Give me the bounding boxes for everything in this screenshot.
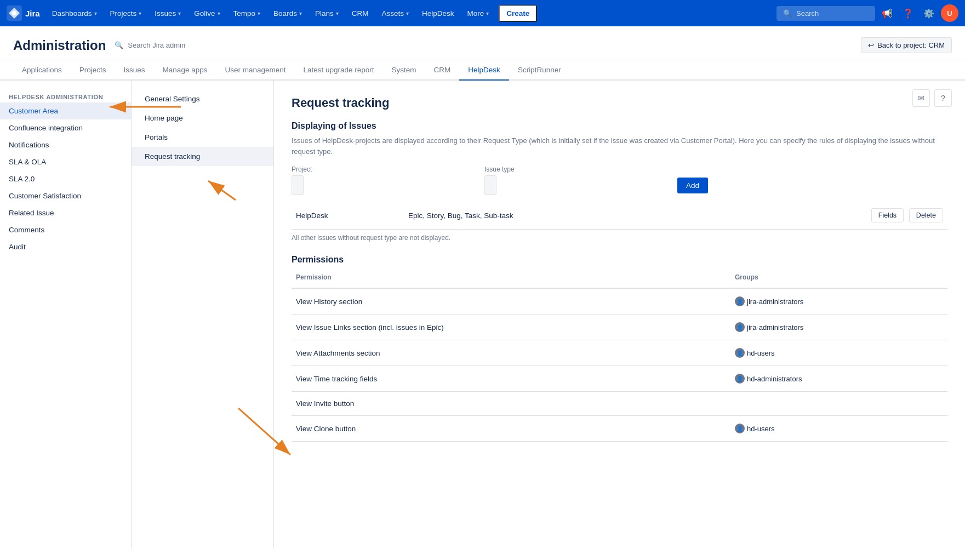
sidebar-item-comments[interactable]: Comments (0, 221, 131, 238)
table-cell-issue-types: Epic, Story, Bug, Task, Sub-task (404, 202, 717, 230)
middle-panel: General Settings Home page Portals Reque… (132, 81, 274, 548)
chevron-down-icon: ▾ (299, 10, 302, 16)
settings-icon-btn[interactable]: ⚙️ (920, 4, 938, 22)
chevron-down-icon: ▾ (406, 10, 409, 16)
sidebar-section-label: HELPDESK ADMINISTRATION (0, 89, 131, 102)
sidebar-item-customer-satisfaction[interactable]: Customer Satisfaction (0, 187, 131, 204)
group-badge: 👤jira-administrators (735, 322, 803, 332)
nav-golive[interactable]: Golive ▾ (189, 0, 225, 26)
permission-groups: 👤jira-administrators (730, 288, 947, 315)
sidebar-item-audit[interactable]: Audit (0, 238, 131, 255)
sec-nav-system[interactable]: System (383, 60, 425, 81)
chevron-down-icon: ▾ (178, 10, 181, 16)
sidebar-item-confluence[interactable]: Confluence integration (0, 119, 131, 136)
permission-name: View Clone button (292, 416, 730, 442)
chevron-down-icon: ▾ (94, 10, 97, 16)
col-groups: Groups (730, 269, 947, 288)
permission-groups: 👤hd-users (730, 416, 947, 442)
permission-row: View Invite button (292, 392, 947, 416)
search-bar[interactable]: 🔍 Search (776, 6, 875, 21)
nav-plans[interactable]: Plans ▾ (310, 0, 344, 26)
main-layout: HELPDESK ADMINISTRATION Customer Area Co… (0, 81, 965, 548)
group-badge: 👤jira-administrators (735, 296, 803, 306)
admin-header: Administration 🔍 Search Jira admin ↩ Bac… (0, 26, 965, 60)
group-badge: 👤hd-administrators (735, 374, 802, 384)
nav-assets[interactable]: Assets ▾ (376, 0, 414, 26)
nav-issues[interactable]: Issues ▾ (149, 0, 186, 26)
project-select[interactable] (292, 175, 304, 195)
sec-nav-helpdesk[interactable]: HelpDesk (459, 60, 509, 81)
permissions-heading: Permissions (292, 255, 947, 265)
permissions-section: Permissions Permission Groups View Histo… (292, 255, 947, 442)
nav-boards[interactable]: Boards ▾ (268, 0, 307, 26)
back-icon: ↩ (868, 41, 874, 49)
fields-button[interactable]: Fields (871, 208, 904, 222)
middle-item-general-settings[interactable]: General Settings (132, 89, 273, 108)
search-icon: 🔍 (115, 41, 123, 49)
permissions-table: Permission Groups View History section👤j… (292, 269, 947, 442)
admin-header-left: Administration 🔍 Search Jira admin (13, 38, 185, 53)
content-top-right: ✉ ? (912, 89, 952, 107)
middle-item-request-tracking[interactable]: Request tracking (132, 147, 273, 166)
sec-nav-user-management[interactable]: User management (216, 60, 294, 81)
admin-search[interactable]: 🔍 Search Jira admin (115, 41, 185, 49)
middle-item-portals[interactable]: Portals (132, 128, 273, 147)
displaying-heading: Displaying of Issues (292, 121, 947, 131)
project-label: Project (292, 165, 478, 173)
notifications-icon-btn[interactable]: 📢 (878, 4, 896, 22)
add-button[interactable]: Add (677, 178, 708, 193)
table-cell-project: HelpDesk (292, 202, 404, 230)
sidebar-item-customer-area[interactable]: Customer Area (0, 102, 131, 119)
sec-nav-scriptrunner[interactable]: ScriptRunner (509, 60, 570, 81)
sidebar-item-sla-ola[interactable]: SLA & OLA (0, 153, 131, 170)
nav-projects[interactable]: Projects ▾ (105, 0, 147, 26)
email-icon-btn[interactable]: ✉ (912, 89, 930, 107)
sec-nav-crm[interactable]: CRM (425, 60, 460, 81)
permission-name: View Attachments section (292, 340, 730, 366)
col-permission: Permission (292, 269, 730, 288)
delete-button[interactable]: Delete (909, 208, 943, 222)
form-row-add: Project Issue type Add (292, 165, 947, 195)
nav-tempo[interactable]: Tempo ▾ (228, 0, 266, 26)
group-icon: 👤 (735, 374, 745, 384)
permission-row: View Clone button👤hd-users (292, 416, 947, 442)
top-navigation: Jira Dashboards ▾ Projects ▾ Issues ▾ Go… (0, 0, 965, 26)
user-avatar[interactable]: U (941, 4, 958, 22)
sec-nav-upgrade-report[interactable]: Latest upgrade report (294, 60, 382, 81)
help-icon-btn[interactable]: ❓ (899, 4, 917, 22)
sec-nav-applications[interactable]: Applications (13, 60, 71, 81)
nav-helpdesk[interactable]: HelpDesk (416, 0, 460, 26)
content-title: Request tracking (292, 96, 947, 110)
sec-nav-issues[interactable]: Issues (115, 60, 154, 81)
nav-right: 🔍 Search 📢 ❓ ⚙️ U (776, 4, 958, 22)
permission-row: View Attachments section👤hd-users (292, 340, 947, 366)
table-row: HelpDesk Epic, Story, Bug, Task, Sub-tas… (292, 202, 947, 230)
projects-table: HelpDesk Epic, Story, Bug, Task, Sub-tas… (292, 202, 947, 230)
content-area: ✉ ? Request tracking Displaying of Issue… (274, 81, 965, 548)
jira-logo[interactable]: Jira (7, 5, 40, 21)
issue-type-select[interactable] (484, 175, 496, 195)
sidebar-item-sla-20[interactable]: SLA 2.0 (0, 170, 131, 187)
sidebar-item-related-issue[interactable]: Related Issue (0, 204, 131, 221)
sec-nav-projects[interactable]: Projects (71, 60, 115, 81)
back-to-project-button[interactable]: ↩ Back to project: CRM (861, 37, 952, 53)
permission-name: View Time tracking fields (292, 366, 730, 392)
secondary-navigation: Applications Projects Issues Manage apps… (0, 60, 965, 81)
create-button[interactable]: Create (499, 5, 537, 22)
help-icon-btn[interactable]: ? (934, 89, 952, 107)
permission-groups (730, 392, 947, 416)
group-icon: 👤 (735, 424, 745, 433)
permission-row: View Issue Links section (incl. issues i… (292, 315, 947, 340)
svg-point-1 (12, 11, 16, 15)
nav-more[interactable]: More ▾ (461, 0, 494, 26)
chevron-down-icon: ▾ (486, 10, 489, 16)
chevron-down-icon: ▾ (218, 10, 220, 16)
nav-crm[interactable]: CRM (346, 0, 374, 26)
permission-name: View Issue Links section (incl. issues i… (292, 315, 730, 340)
sec-nav-manage-apps[interactable]: Manage apps (154, 60, 216, 81)
page-title: Administration (13, 38, 106, 53)
nav-dashboards[interactable]: Dashboards ▾ (47, 0, 102, 26)
table-cell-actions: Fields Delete (717, 202, 947, 230)
middle-item-home-page[interactable]: Home page (132, 108, 273, 128)
sidebar-item-notifications[interactable]: Notifications (0, 136, 131, 153)
